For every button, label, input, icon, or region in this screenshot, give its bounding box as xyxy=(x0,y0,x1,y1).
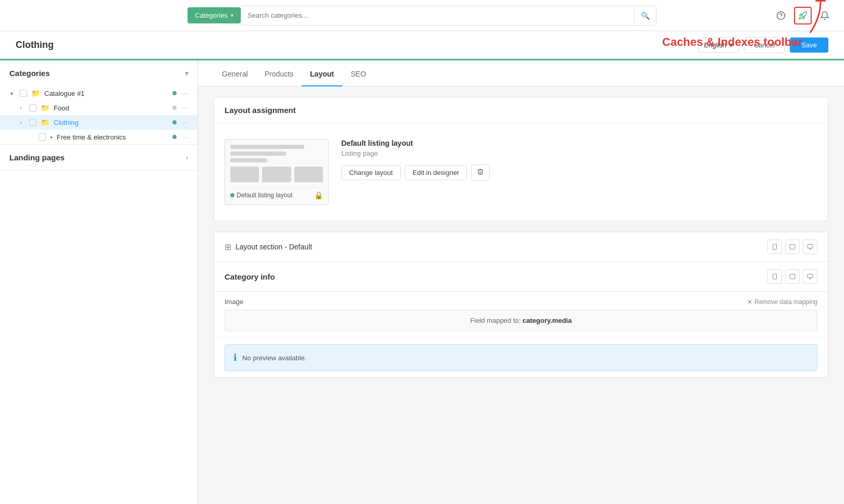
preview-block xyxy=(230,167,259,182)
folder-icon: 📁 xyxy=(31,89,40,97)
rocket-icon xyxy=(798,11,808,20)
tree-checkbox-catalogue1[interactable] xyxy=(20,90,27,97)
no-preview-box: ℹ No preview available. xyxy=(225,344,817,371)
tree-dot-food xyxy=(172,106,177,110)
cancel-button[interactable]: Cancel xyxy=(744,37,785,53)
tab-general[interactable]: General xyxy=(214,62,256,86)
preview-bar xyxy=(230,145,304,149)
field-label-image: Image ✕ Remove data mapping xyxy=(225,298,817,306)
monitor-icon-2 xyxy=(806,273,814,280)
language-select[interactable]: English ▾ xyxy=(698,37,739,53)
tree-item-food[interactable]: › 📁 Food ··· xyxy=(0,100,197,115)
top-bar: Categories ▾ 🔍 Caches & Indexes toolbar xyxy=(0,0,844,31)
layout-sub: Listing page xyxy=(341,149,817,157)
lock-icon: 🔒 xyxy=(314,191,323,199)
tree-item-free-time[interactable]: ● Free time & electronics ··· xyxy=(0,130,197,144)
trash-icon xyxy=(477,168,484,175)
edit-in-designer-button[interactable]: Edit in designer xyxy=(405,165,467,180)
search-input-wrapper: 🔍 xyxy=(241,6,656,26)
caches-indexes-button[interactable] xyxy=(794,7,812,24)
help-button[interactable] xyxy=(772,7,790,24)
tree-label-clothing: Clothing xyxy=(54,119,170,127)
tablet-icon-2[interactable] xyxy=(785,269,800,284)
change-layout-button[interactable]: Change layout xyxy=(341,165,401,180)
search-icon[interactable]: 🔍 xyxy=(634,6,656,25)
tree-checkbox-clothing[interactable] xyxy=(29,119,36,126)
tree-more-food[interactable]: ··· xyxy=(182,104,188,112)
tablet-icon[interactable] xyxy=(785,240,800,254)
bullet-icon: ● xyxy=(50,135,53,140)
phone-icon xyxy=(772,243,778,250)
top-right-icons xyxy=(772,7,834,24)
tree-checkbox-food[interactable] xyxy=(29,104,36,111)
preview-footer-label: Default listing layout xyxy=(230,192,292,199)
tree-item-clothing[interactable]: › 📁 Clothing ··· xyxy=(0,115,197,130)
tree-dot-catalogue1 xyxy=(172,91,177,95)
tree-dot-clothing xyxy=(172,120,177,124)
tree-expand-food[interactable]: › xyxy=(17,104,25,112)
chevron-down-icon: ▾ xyxy=(185,70,188,77)
layout-info: Default listing layout Listing page Chan… xyxy=(341,139,817,181)
delete-layout-button[interactable] xyxy=(471,165,490,181)
monitor-icon xyxy=(806,244,814,250)
sidebar-categories-header[interactable]: Categories ▾ xyxy=(0,60,197,86)
sidebar: Categories ▾ ▾ 📁 Catalogue #1 ··· › 📁 Fo… xyxy=(0,60,198,504)
field-mapped-text: Field mapped to: xyxy=(470,317,521,324)
preview-bar xyxy=(230,158,267,162)
tree-dot-free-time xyxy=(172,135,177,139)
tree-expand-catalogue1[interactable]: ▾ xyxy=(7,89,16,97)
save-button[interactable]: Save xyxy=(790,37,828,53)
content-area: General Products Layout SEO Layout assig… xyxy=(198,60,844,504)
header-actions: English ▾ Cancel Save xyxy=(698,37,828,53)
remove-mapping-button[interactable]: ✕ Remove data mapping xyxy=(747,298,817,306)
tab-layout[interactable]: Layout xyxy=(302,62,342,86)
preview-label: Default listing layout xyxy=(237,192,292,199)
categories-button[interactable]: Categories ▾ xyxy=(188,7,241,23)
chevron-right-icon: › xyxy=(186,154,188,161)
layout-section-title: Layout section - Default xyxy=(235,243,312,251)
layout-actions: Change layout Edit in designer xyxy=(341,165,817,181)
info-icon: ℹ xyxy=(233,352,237,363)
field-mapped-value: category.media xyxy=(523,317,572,324)
tree-checkbox-free-time[interactable] xyxy=(39,133,46,141)
page-header: Clothing English ▾ Cancel Save xyxy=(0,31,844,60)
sidebar-categories-section: Categories ▾ ▾ 📁 Catalogue #1 ··· › 📁 Fo… xyxy=(0,60,197,145)
svg-rect-7 xyxy=(808,245,813,248)
responsive-icons xyxy=(767,240,817,254)
tree-item-catalogue1[interactable]: ▾ 📁 Catalogue #1 ··· xyxy=(0,86,197,100)
layout-assignment-card: Layout assignment xyxy=(214,97,828,221)
preview-blocks xyxy=(230,167,323,182)
content-inner: Layout assignment xyxy=(198,86,844,399)
tree-more-clothing[interactable]: ··· xyxy=(182,118,188,127)
search-input[interactable] xyxy=(241,6,634,25)
svg-rect-14 xyxy=(808,274,813,278)
desktop-icon-2[interactable] xyxy=(803,269,817,284)
bell-icon xyxy=(820,11,829,20)
tree-expand-clothing[interactable]: › xyxy=(17,118,25,127)
tree-more-catalogue1[interactable]: ··· xyxy=(182,89,188,97)
landing-pages-label: Landing pages xyxy=(9,153,65,162)
remove-mapping-label: Remove data mapping xyxy=(754,298,817,306)
preview-bar xyxy=(230,152,286,156)
layout-assignment-body: Default listing layout 🔒 Default listing… xyxy=(214,123,828,221)
notifications-button[interactable] xyxy=(816,7,834,24)
categories-label: Categories xyxy=(195,11,228,19)
mobile-icon-2[interactable] xyxy=(767,269,782,284)
tree-label-food: Food xyxy=(54,104,170,112)
folder-icon: 📁 xyxy=(41,104,49,112)
preview-footer: Default listing layout 🔒 xyxy=(230,187,323,199)
grid-icon: ⊞ xyxy=(225,242,231,252)
chevron-down-icon: ▾ xyxy=(729,41,733,49)
desktop-icon[interactable] xyxy=(803,240,817,254)
layout-section-label: ⊞ Layout section - Default xyxy=(225,242,312,252)
tab-seo[interactable]: SEO xyxy=(342,62,375,86)
chevron-down-icon: ▾ xyxy=(231,12,233,18)
mobile-icon[interactable] xyxy=(767,240,782,254)
image-field-row: Image ✕ Remove data mapping Field mapped… xyxy=(214,292,828,338)
tabs-bar: General Products Layout SEO xyxy=(198,60,844,86)
layout-assignment-title: Layout assignment xyxy=(214,97,828,123)
tab-products[interactable]: Products xyxy=(256,62,302,86)
sidebar-landing-pages-header[interactable]: Landing pages › xyxy=(0,145,197,170)
language-label: English xyxy=(704,41,726,49)
tree-more-free-time[interactable]: ··· xyxy=(182,133,188,141)
